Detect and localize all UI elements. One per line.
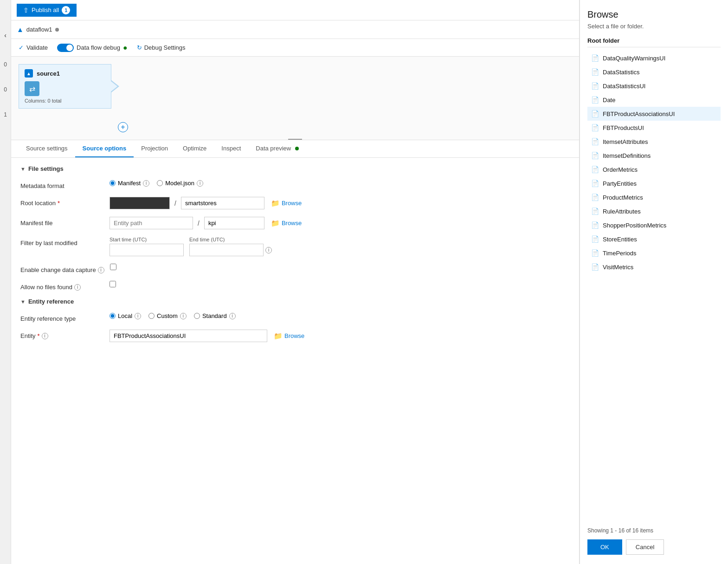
- file-icon: 📄: [591, 263, 599, 271]
- node-columns: Columns: 0 total: [25, 98, 105, 104]
- browse-list-item[interactable]: 📄ItemsetAttributes: [587, 135, 721, 149]
- file-icon: 📄: [591, 166, 599, 173]
- filter-info-icon[interactable]: i: [265, 247, 272, 253]
- enable-change-info-icon[interactable]: i: [98, 267, 104, 273]
- entity-reference-header[interactable]: ▼ Entity reference: [20, 298, 570, 305]
- local-radio-input[interactable]: [110, 313, 116, 319]
- end-time-group: End time (UTC) i: [189, 237, 272, 256]
- browse-item-name: DataQualityWarningsUI: [603, 55, 665, 62]
- custom-radio-input[interactable]: [148, 313, 155, 319]
- browse-list-item[interactable]: 📄StoreEntities: [587, 232, 721, 246]
- model-json-info-icon[interactable]: i: [197, 180, 203, 187]
- indicator-0: 0: [4, 61, 7, 68]
- form-area: ▼ File settings Metadata format Manifest…: [11, 158, 579, 564]
- entity-input[interactable]: [110, 330, 267, 342]
- standard-radio-input[interactable]: [194, 313, 200, 319]
- model-json-radio-input[interactable]: [157, 180, 163, 186]
- root-location-browse-btn[interactable]: 📁 Browse: [268, 197, 304, 209]
- debug-label: Data flow debug: [77, 44, 120, 51]
- standard-radio[interactable]: Standard i: [194, 312, 236, 319]
- enable-change-controls: [110, 264, 570, 270]
- root-location-required: *: [58, 200, 60, 207]
- local-info-icon[interactable]: i: [135, 313, 141, 319]
- entity-browse-btn[interactable]: 📁 Browse: [271, 330, 307, 342]
- manifest-radio-input[interactable]: [110, 180, 116, 186]
- browse-section-title: Root folder: [587, 37, 721, 47]
- end-time-input[interactable]: [189, 244, 264, 256]
- browse-item-name: PartyEntities: [603, 180, 637, 187]
- browse-list-item[interactable]: 📄ItemsetDefinitions: [587, 149, 721, 162]
- debug-settings-button[interactable]: ↻ Debug Settings: [137, 44, 186, 51]
- file-settings-chevron: ▼: [20, 166, 26, 172]
- browse-list-item[interactable]: 📄ProductMetrics: [587, 190, 721, 204]
- browse-list-item[interactable]: 📄VisitMetrics: [587, 260, 721, 274]
- browse-item-name: FBTProductAssociationsUI: [603, 110, 675, 117]
- indicator-2: 1: [4, 111, 7, 118]
- manifest-browse-label: Browse: [282, 220, 302, 227]
- file-icon: 📄: [591, 249, 599, 257]
- browse-list-item[interactable]: 📄DataStatistics: [587, 65, 721, 79]
- browse-list-item[interactable]: 📄TimePeriods: [587, 246, 721, 260]
- start-time-label: Start time (UTC): [110, 237, 184, 242]
- browse-list-item[interactable]: 📄Date: [587, 93, 721, 107]
- root-location-label: Root location *: [20, 197, 104, 207]
- file-icon: 📄: [591, 152, 599, 159]
- tab-data-preview[interactable]: Data preview: [248, 140, 306, 157]
- manifest-radio[interactable]: Manifest i: [110, 180, 149, 187]
- time-inputs: Start time (UTC) End time (UTC) i: [110, 237, 570, 256]
- back-arrow[interactable]: ‹: [2, 28, 8, 43]
- tab-optimize[interactable]: Optimize: [175, 140, 214, 157]
- validate-btn[interactable]: ✓ Validate: [19, 44, 48, 51]
- local-radio[interactable]: Local i: [110, 312, 141, 319]
- custom-radio[interactable]: Custom i: [148, 312, 187, 319]
- toolbar-dataflow: ▲ dataflow1: [11, 20, 579, 39]
- allow-no-files-checkbox[interactable]: [110, 281, 116, 287]
- model-json-radio[interactable]: Model.json i: [157, 180, 203, 187]
- browse-list-item[interactable]: 📄PartyEntities: [587, 176, 721, 190]
- tabs-row: Source settings Source options Projectio…: [11, 140, 579, 158]
- debug-toggle[interactable]: [57, 44, 74, 52]
- browse-list-item[interactable]: 📄DataStatisticsUI: [587, 79, 721, 93]
- manifest-file-input2[interactable]: [204, 217, 264, 229]
- enable-change-checkbox[interactable]: [110, 264, 116, 270]
- browse-cancel-button[interactable]: Cancel: [626, 539, 664, 555]
- entity-controls: 📁 Browse: [110, 330, 570, 342]
- tab-source-settings[interactable]: Source settings: [19, 140, 75, 157]
- browse-list-item[interactable]: 📄FBTProductAssociationsUI: [587, 107, 721, 121]
- file-icon: 📄: [591, 54, 599, 62]
- browse-list-item[interactable]: 📄RuleAttributes: [587, 204, 721, 218]
- manifest-file-browse-btn[interactable]: 📁 Browse: [268, 217, 304, 229]
- manifest-file-slash: /: [197, 220, 200, 227]
- browse-list-item[interactable]: 📄OrderMetrics: [587, 162, 721, 176]
- file-icon: 📄: [591, 68, 599, 76]
- tab-source-options[interactable]: Source options: [75, 140, 134, 157]
- file-settings-header[interactable]: ▼ File settings: [20, 165, 570, 172]
- browse-item-name: DataStatisticsUI: [603, 83, 645, 90]
- end-time-label: End time (UTC): [189, 237, 272, 242]
- local-label: Local: [118, 312, 132, 319]
- file-icon: 📄: [591, 124, 599, 131]
- tab-inspect[interactable]: Inspect: [214, 140, 248, 157]
- allow-no-files-info-icon[interactable]: i: [74, 284, 81, 291]
- browse-list-item[interactable]: 📄DataQualityWarningsUI: [587, 51, 721, 65]
- manifest-file-input1[interactable]: [110, 217, 193, 229]
- publish-all-button[interactable]: ⇧ Publish all 1: [17, 4, 77, 17]
- tab-projection[interactable]: Projection: [134, 140, 175, 157]
- root-location-input1[interactable]: [110, 197, 170, 209]
- standard-info-icon[interactable]: i: [229, 313, 236, 319]
- manifest-folder-icon: 📁: [271, 219, 280, 227]
- entity-info-icon[interactable]: i: [42, 333, 48, 339]
- browse-item-name: ItemsetAttributes: [603, 138, 648, 145]
- start-time-input[interactable]: [110, 244, 184, 256]
- add-node-button[interactable]: +: [118, 122, 128, 132]
- browse-ok-button[interactable]: OK: [587, 539, 622, 555]
- source-node[interactable]: ▲ source1 ⇄ Columns: 0 total: [19, 64, 111, 109]
- source-node-icon: ▲: [25, 69, 33, 78]
- custom-info-icon[interactable]: i: [180, 313, 187, 319]
- filter-row: Filter by last modified Start time (UTC)…: [20, 237, 570, 256]
- root-location-input2[interactable]: [181, 197, 264, 209]
- root-location-slash: /: [174, 200, 177, 207]
- manifest-info-icon[interactable]: i: [143, 180, 149, 187]
- browse-list-item[interactable]: 📄FBTProductsUI: [587, 121, 721, 135]
- browse-list-item[interactable]: 📄ShopperPositionMetrics: [587, 218, 721, 232]
